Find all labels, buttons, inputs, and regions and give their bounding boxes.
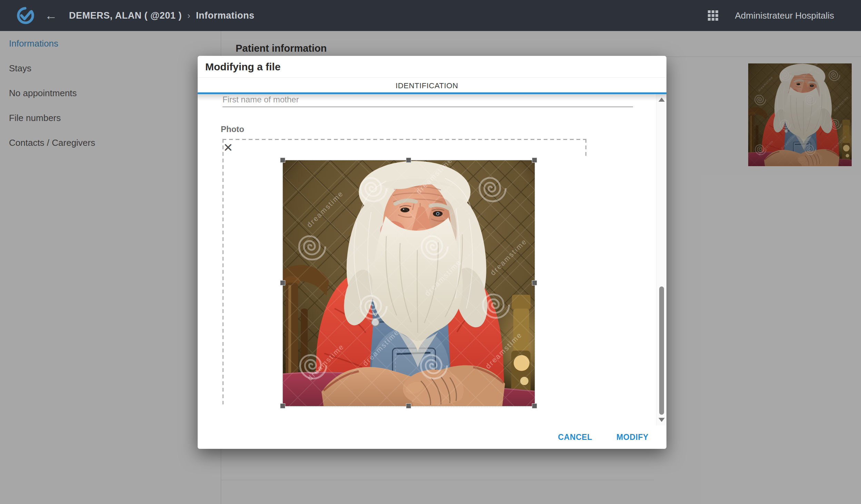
crop-handle-bottom-right[interactable] [532, 403, 537, 409]
scroll-up-icon[interactable] [659, 98, 665, 102]
modify-button[interactable]: MODIFY [615, 431, 650, 444]
photo-dropzone-border-left [222, 139, 224, 404]
scrollbar-thumb[interactable] [659, 286, 664, 415]
crop-handle-bottom-middle[interactable] [406, 403, 411, 409]
app-logo-icon[interactable] [16, 6, 35, 25]
photo-dropzone-border-top [222, 139, 586, 140]
scroll-down-icon[interactable] [659, 418, 665, 422]
breadcrumb-page: Informations [196, 10, 255, 21]
dialog-actions: CANCEL MODIFY [198, 425, 666, 449]
mother-first-name-input[interactable] [222, 94, 633, 107]
crop-handle-middle-left[interactable] [280, 280, 285, 285]
remove-photo-button[interactable]: ✕ [223, 142, 233, 153]
breadcrumb-patient[interactable]: DEMERS, ALAN ( @201 ) [69, 10, 182, 21]
photo-crop-area[interactable] [283, 160, 535, 406]
crop-handle-top-right[interactable] [532, 158, 537, 163]
scrollbar-track[interactable] [656, 94, 666, 425]
modify-file-dialog: Modifying a file IDENTIFICATION Photo ✕ [198, 56, 666, 449]
user-menu-label[interactable]: Administrateur Hospitalis [735, 10, 834, 21]
crop-handle-top-left[interactable] [280, 158, 285, 163]
cancel-button[interactable]: CANCEL [557, 431, 594, 444]
chevron-right-icon: › [187, 10, 190, 21]
patient-photo [283, 160, 535, 406]
tab-identification[interactable]: IDENTIFICATION [198, 78, 656, 94]
crop-handle-middle-right[interactable] [532, 280, 537, 285]
dialog-scroll-body: Photo ✕ [198, 94, 666, 425]
back-arrow-icon[interactable]: ← [45, 9, 57, 22]
photo-field-label: Photo [221, 124, 244, 134]
apps-grid-icon[interactable] [708, 10, 718, 21]
crop-handle-bottom-left[interactable] [280, 403, 285, 409]
photo-dropzone-border-right [585, 139, 586, 158]
topbar: ← DEMERS, ALAN ( @201 ) › Informations A… [0, 0, 861, 31]
breadcrumb: DEMERS, ALAN ( @201 ) › Informations [69, 10, 255, 21]
crop-handle-top-middle[interactable] [406, 158, 411, 163]
app-screen: ← DEMERS, ALAN ( @201 ) › Informations A… [0, 0, 861, 504]
dialog-title: Modifying a file [205, 56, 280, 77]
